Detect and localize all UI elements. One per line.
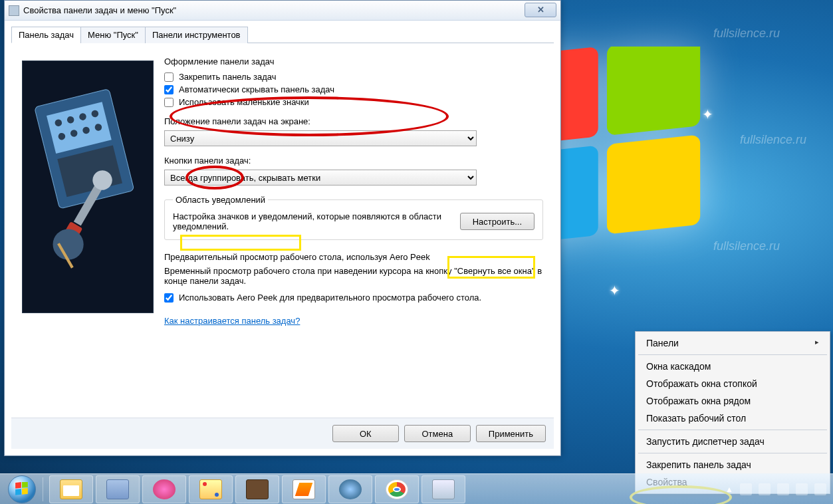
taskbar-app-scissors-tool[interactable]	[142, 475, 186, 503]
taskbar-app-file-explorer[interactable]	[49, 475, 93, 503]
help-link[interactable]: Как настраивается панель задач?	[164, 316, 300, 326]
position-select[interactable]: Снизу	[164, 130, 477, 146]
notification-area-text: Настройка значков и уведомлений, которые…	[173, 211, 447, 231]
watermark-text: fullsilence.ru	[740, 133, 806, 147]
ctx-show-desktop[interactable]: Показать рабочий стол	[637, 410, 828, 427]
system-settings-icon	[432, 479, 455, 499]
notification-area-group: Область уведомлений Настройка значков и …	[164, 195, 543, 240]
appearance-heading: Оформление панели задач	[164, 57, 543, 66]
taskbar-context-menu: Панели Окна каскадом Отображать окна сто…	[635, 331, 830, 494]
taskbar-app-virtualbox[interactable]	[96, 475, 140, 503]
ctx-lock-taskbar[interactable]: Закрепить панель задач	[637, 456, 828, 473]
tab-start-menu[interactable]: Меню "Пуск"	[80, 27, 146, 43]
ctx-separator	[638, 430, 827, 430]
illustration-panel	[22, 61, 154, 313]
taskbar-app-notepadpp[interactable]	[282, 475, 326, 503]
virtualbox-icon	[106, 479, 129, 499]
taskbar-app-minecraft[interactable]	[235, 475, 279, 503]
start-button[interactable]	[3, 475, 41, 503]
autohide-checkbox[interactable]: Автоматически скрывать панель задач	[164, 83, 543, 96]
ctx-separator	[638, 453, 827, 453]
svg-rect-20	[15, 482, 21, 489]
apply-button[interactable]: Применить	[476, 425, 546, 442]
ctx-panels[interactable]: Панели	[637, 334, 828, 352]
customize-button[interactable]: Настроить...	[460, 213, 535, 230]
aero-peek-heading: Предварительный просмотр рабочего стола,…	[164, 252, 543, 262]
close-button[interactable]: ✕	[525, 3, 556, 17]
chrome-icon	[386, 479, 408, 499]
tray-icon[interactable]	[740, 483, 752, 495]
ctx-task-manager[interactable]: Запустить диспетчер задач	[637, 433, 828, 450]
ok-button[interactable]: ОК	[332, 425, 399, 442]
system-tray[interactable]: ▲	[725, 483, 830, 495]
dialog-title: Свойства панели задач и меню "Пуск"	[23, 5, 525, 15]
tray-chevron-icon[interactable]: ▲	[725, 485, 733, 494]
buttons-combine-select[interactable]: Всегда группировать, скрывать метки	[164, 170, 477, 186]
lock-taskbar-checkbox[interactable]: Закрепить панель задач	[164, 70, 543, 83]
thunderbird-icon	[339, 479, 362, 499]
close-icon: ✕	[537, 5, 544, 15]
buttons-combine-label: Кнопки панели задач:	[164, 156, 543, 166]
svg-rect-1	[607, 47, 700, 136]
tray-network-icon[interactable]	[796, 483, 808, 495]
sparkle-icon: ✦	[702, 106, 713, 122]
ctx-sidebyside[interactable]: Отображать окна рядом	[637, 392, 828, 410]
tab-taskbar[interactable]: Панель задач	[11, 27, 81, 43]
ctx-cascade[interactable]: Окна каскадом	[637, 358, 828, 375]
small-icons-checkbox[interactable]: Использовать маленькие значки	[164, 96, 543, 108]
tray-icon[interactable]	[759, 483, 771, 495]
tray-volume-icon[interactable]	[814, 483, 826, 495]
ctx-separator	[638, 354, 827, 355]
mspaint-icon	[199, 479, 222, 499]
position-label: Положение панели задач на экране:	[164, 116, 543, 126]
start-orb-icon	[8, 475, 36, 503]
svg-rect-3	[607, 134, 700, 234]
minecraft-icon	[246, 479, 269, 499]
small-icons-input[interactable]	[164, 98, 174, 107]
svg-rect-22	[15, 488, 21, 495]
file-explorer-icon	[60, 479, 82, 499]
scissors-tool-icon	[153, 479, 176, 499]
ctx-stack[interactable]: Отображать окна стопкой	[637, 375, 828, 392]
tab-toolbars[interactable]: Панели инструментов	[145, 27, 248, 43]
autohide-input[interactable]	[164, 85, 174, 94]
taskbar-separator	[43, 477, 47, 501]
dialog-titlebar[interactable]: Свойства панели задач и меню "Пуск" ✕	[5, 1, 560, 21]
notification-area-legend: Область уведомлений	[173, 195, 268, 205]
dialog-icon	[9, 5, 19, 16]
taskbar-app-thunderbird[interactable]	[328, 475, 372, 503]
lock-taskbar-input[interactable]	[164, 72, 174, 82]
dialog-button-bar: ОК Отмена Применить	[11, 418, 554, 449]
sparkle-icon: ✦	[609, 283, 620, 299]
aero-peek-input[interactable]	[164, 293, 174, 303]
watermark-text: fullsilence.ru	[713, 27, 780, 41]
taskbar-app-mspaint[interactable]	[189, 475, 233, 503]
taskbar-app-chrome[interactable]	[375, 475, 419, 503]
taskbar-app-system-settings[interactable]	[421, 475, 465, 503]
svg-rect-23	[22, 487, 28, 494]
aero-peek-checkbox[interactable]: Использовать Aero Peek для предварительн…	[164, 291, 543, 304]
svg-rect-21	[22, 482, 28, 488]
dialog-tabs: Панель задач Меню "Пуск" Панели инструме…	[11, 26, 554, 43]
cancel-button[interactable]: Отмена	[404, 425, 471, 442]
taskbar[interactable]: ▲	[0, 473, 833, 504]
tray-icon[interactable]	[777, 483, 789, 495]
taskbar-properties-dialog: Свойства панели задач и меню "Пуск" ✕ Па…	[4, 0, 561, 456]
aero-peek-desc: Временный просмотр рабочего стола при на…	[164, 266, 543, 286]
watermark-text: fullsilence.ru	[713, 239, 780, 253]
notepadpp-icon	[293, 479, 315, 499]
